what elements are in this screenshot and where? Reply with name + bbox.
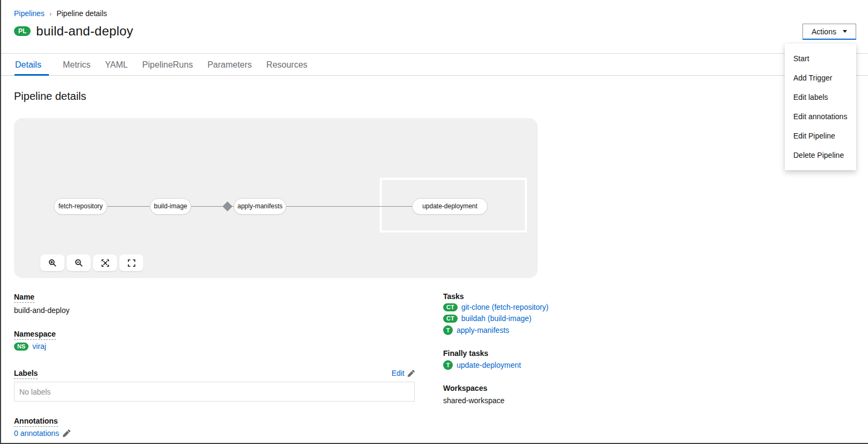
tab-pipelineruns[interactable]: PipelineRuns [142,54,193,76]
task-node-fetch-repository[interactable]: fetch-repository [54,198,107,215]
fit-to-screen-icon [101,259,110,267]
task-link-apply-manifests[interactable]: apply-manifests [457,326,509,334]
fullscreen-button[interactable] [119,254,143,271]
menu-item-delete-pipeline[interactable]: Delete Pipeline [785,145,856,165]
pipeline-visualization-panel: fetch-repository build-image apply-manif… [14,118,538,278]
tab-yaml[interactable]: YAML [104,54,128,76]
labels-row: Labels Edit [14,369,415,377]
chevron-down-icon [843,30,847,33]
actions-dropdown-menu: Start Add Trigger Edit labels Edit annot… [785,43,856,170]
annotations-edit-link[interactable]: 0 annotations [14,429,59,438]
annotations-value: 0 annotations [14,429,70,438]
tab-parameters[interactable]: Parameters [207,54,252,76]
edit-labels-link[interactable]: Edit [392,369,415,377]
labels-label: Labels [14,369,38,377]
tab-metrics[interactable]: Metrics [62,54,91,76]
task-badge: T [443,325,453,335]
menu-item-edit-annotations[interactable]: Edit annotations [785,107,856,126]
namespace-label: Namespace [14,330,56,338]
labels-empty-box: No labels [14,382,415,402]
workspaces-label: Workspaces [443,384,487,392]
breadcrumb-separator-icon: › [49,10,52,18]
task-node-update-deployment[interactable]: update-deployment [412,198,488,215]
name-value: build-and-deploy [14,306,70,315]
tab-bar: Details Metrics YAML PipelineRuns Parame… [15,54,321,76]
namespace-link[interactable]: viraj [32,342,46,351]
menu-item-start[interactable]: Start [785,49,856,68]
zoom-in-button[interactable] [40,254,64,271]
task-node-build-image[interactable]: build-image [150,198,191,215]
section-title: Pipeline details [14,90,86,103]
breadcrumb-current: Pipeline details [56,9,107,18]
breadcrumb-link-pipelines[interactable]: Pipelines [14,9,45,18]
task-node-apply-manifests[interactable]: apply-manifests [234,198,286,215]
name-label: Name [14,293,34,301]
annotations-label: Annotations [14,417,58,425]
task-list-item: CT git-clone (fetch-repository) [443,303,548,311]
namespace-badge: NS [14,343,28,351]
breadcrumb: Pipelines › Pipeline details [14,9,107,18]
page-header: PL build-and-deploy [14,24,133,39]
zoom-in-icon [48,259,57,267]
actions-dropdown-label: Actions [812,27,836,36]
clustertask-badge: CT [443,315,458,323]
task-badge: T [443,360,453,370]
graph-edge [286,206,412,207]
tasks-label: Tasks [443,292,464,301]
pipeline-resource-badge: PL [14,26,31,36]
tab-details[interactable]: Details [15,54,49,76]
clustertask-badge: CT [443,303,458,311]
zoom-out-button[interactable] [67,254,91,271]
when-expression-diamond [222,201,232,211]
page-title: build-and-deploy [36,24,133,39]
actions-dropdown-button[interactable]: Actions [802,24,856,40]
menu-item-edit-pipeline[interactable]: Edit Pipeline [785,126,856,145]
finally-tasks-label: Finally tasks [443,349,488,358]
task-link-buildah[interactable]: buildah (build-image) [461,314,532,323]
tab-resources[interactable]: Resources [266,54,308,76]
graph-zoom-controls [40,254,143,271]
task-list-item: T apply-manifests [443,325,509,335]
task-list-item: T update-deployment [443,360,521,370]
menu-item-edit-labels[interactable]: Edit labels [785,88,856,107]
fit-to-screen-button[interactable] [93,254,117,271]
task-list-item: CT buildah (build-image) [443,314,531,323]
workspaces-value: shared-workspace [443,396,504,405]
task-link-update-deployment[interactable]: update-deployment [457,361,521,369]
menu-item-add-trigger[interactable]: Add Trigger [785,68,856,88]
namespace-value: NS viraj [14,342,46,351]
pipeline-details-page: Pipelines › Pipeline details PL build-an… [0,0,868,444]
fullscreen-icon [127,259,136,267]
task-link-git-clone[interactable]: git-clone (fetch-repository) [461,303,549,311]
graph-edge [107,206,150,207]
zoom-out-icon [75,259,83,267]
pencil-icon [408,370,415,377]
pencil-icon[interactable] [63,430,70,437]
